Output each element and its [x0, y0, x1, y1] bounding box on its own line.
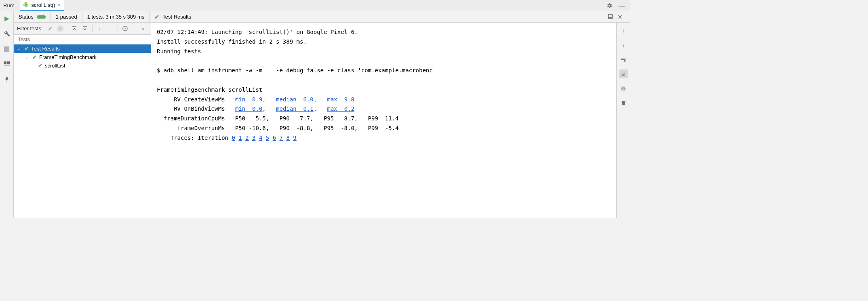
status-pill-icon — [37, 15, 46, 19]
close-panel-icon[interactable]: ✕ — [617, 13, 623, 21]
bench-header: FrameTimingBenchmark_scrollList — [157, 86, 262, 93]
traces-label: Traces: Iteration — [171, 135, 228, 141]
svg-rect-4 — [609, 17, 612, 18]
stop-button[interactable] — [2, 44, 11, 53]
check-icon: ✔ — [154, 14, 159, 20]
max-link[interactable]: max 9.8 — [327, 96, 354, 103]
history-icon[interactable] — [121, 24, 130, 33]
min-link[interactable]: min 0.0 — [235, 105, 262, 112]
trace-link[interactable]: 0 — [232, 135, 235, 141]
tests-tree: ⌄ ✔ Test Results ⌄ ✔ FrameTimingBenchmar… — [14, 44, 151, 218]
chevron-down-icon: ⌄ — [17, 46, 22, 51]
expand-all-icon[interactable] — [70, 24, 79, 33]
trace-link[interactable]: 1 — [238, 135, 242, 141]
tree-class-label: FrameTimingBenchmark — [39, 54, 97, 60]
console-line: 02/07 12:14:49: Launching 'scrollList()'… — [157, 29, 358, 35]
row2-label: RV OnBindViewMs — [174, 105, 225, 112]
trace-link[interactable]: 6 — [273, 135, 276, 141]
tree-method-label: scrollList — [45, 63, 65, 69]
tests-panel: Filter tests: ✔ ⊘ ↑ ↓ — [14, 23, 151, 218]
body-row: Filter tests: ✔ ⊘ ↑ ↓ — [14, 23, 630, 218]
console-line: $ adb shell am instrument -w -m -e debug… — [157, 67, 433, 74]
filter-label: Filter tests: — [17, 25, 44, 32]
svg-rect-2 — [7, 61, 10, 64]
status-label: Status — [19, 14, 34, 20]
trace-link[interactable]: 3 — [252, 135, 255, 141]
chevron-down-icon: ⌄ — [25, 55, 30, 59]
trash-icon[interactable] — [619, 99, 628, 107]
tab-label: scrollList() — [31, 2, 55, 8]
max-link[interactable]: max 0.2 — [327, 105, 354, 112]
run-tab[interactable]: scrollList() × — [20, 0, 64, 11]
trace-link[interactable]: 9 — [293, 135, 296, 141]
filter-bar: Filter tests: ✔ ⊘ ↑ ↓ — [14, 23, 151, 35]
tree-method[interactable]: ✔ scrollList — [14, 61, 151, 70]
scroll-down-icon[interactable]: ↓ — [619, 40, 628, 49]
show-ignored-icon[interactable]: ⊘ — [57, 25, 64, 32]
min-link[interactable]: min 0.9 — [235, 96, 262, 103]
trace-link[interactable]: 7 — [280, 135, 283, 141]
right-gutter: ↑ ↓ — [616, 23, 630, 218]
scroll-to-end-icon[interactable] — [619, 69, 628, 78]
export-icon[interactable] — [607, 13, 613, 21]
check-icon: ✔ — [24, 46, 29, 52]
softwrap-icon[interactable] — [619, 55, 628, 64]
minimize-icon[interactable]: — — [617, 2, 627, 9]
layout-icon[interactable] — [2, 60, 11, 69]
show-passed-icon[interactable]: ✔ — [46, 24, 55, 33]
rerun-button[interactable]: ▶ — [2, 14, 11, 23]
median-link[interactable]: median 6.0 — [276, 96, 314, 103]
print-icon[interactable] — [619, 84, 628, 93]
svg-rect-1 — [4, 61, 6, 64]
collapse-all-icon[interactable] — [80, 24, 89, 33]
main: ▶ Status 1 passed 1 tests, 3 m 35 s 309 … — [0, 11, 630, 218]
row1-label: RV CreateViewMs — [174, 96, 225, 103]
passed-cell: 1 passed — [51, 11, 82, 22]
median-link[interactable]: median 0.1 — [276, 105, 314, 112]
android-icon — [23, 2, 29, 8]
row3: frameDurationCpuMs P50 5.5, P90 7.7, P95… — [157, 115, 398, 122]
console-line: Install successfully finished in 2 s 389… — [157, 38, 307, 45]
summary-text: 1 tests, 3 m 35 s 309 ms — [87, 14, 145, 20]
close-icon[interactable]: × — [58, 2, 61, 8]
console-line: Running tests — [157, 48, 201, 55]
svg-rect-3 — [4, 65, 10, 65]
more-icon[interactable]: » — [139, 24, 147, 33]
passed-text: 1 passed — [56, 14, 77, 20]
tree-root[interactable]: ⌄ ✔ Test Results — [14, 44, 151, 53]
svg-rect-0 — [4, 46, 9, 52]
top-bar: Run: scrollList() × — — [0, 0, 630, 11]
tree-root-label: Test Results — [31, 46, 60, 52]
check-icon: ✔ — [38, 63, 42, 69]
gear-icon[interactable] — [605, 2, 614, 9]
trace-link[interactable]: 4 — [259, 135, 262, 141]
trace-link[interactable]: 2 — [245, 135, 249, 141]
row4: frameOverrunMs P50 -10.6, P90 -8.8, P95 … — [157, 125, 398, 131]
tree-class[interactable]: ⌄ ✔ FrameTimingBenchmark — [14, 53, 151, 61]
status-bar: Status 1 passed 1 tests, 3 m 35 s 309 ms… — [14, 11, 630, 23]
prev-failed-icon[interactable]: ↑ — [95, 24, 104, 33]
left-gutter: ▶ — [0, 11, 14, 218]
status-cell: Status — [14, 11, 51, 22]
pin-icon[interactable] — [2, 75, 11, 84]
scroll-up-icon[interactable]: ↑ — [619, 26, 628, 35]
run-label: Run: — [3, 2, 17, 8]
tests-header: Tests — [14, 35, 151, 44]
trace-link[interactable]: 5 — [266, 135, 269, 141]
next-failed-icon[interactable]: ↓ — [106, 24, 115, 33]
wrench-icon[interactable] — [2, 29, 11, 38]
content: Status 1 passed 1 tests, 3 m 35 s 309 ms… — [14, 11, 630, 218]
trace-link[interactable]: 8 — [286, 135, 289, 141]
summary-cell: 1 tests, 3 m 35 s 309 ms — [82, 11, 150, 22]
status-right: ✔ Test Results ✕ — [150, 13, 630, 21]
console-output[interactable]: 02/07 12:14:49: Launching 'scrollList()'… — [151, 23, 616, 218]
check-icon: ✔ — [32, 54, 37, 60]
breadcrumb-label: Test Results — [162, 14, 191, 20]
